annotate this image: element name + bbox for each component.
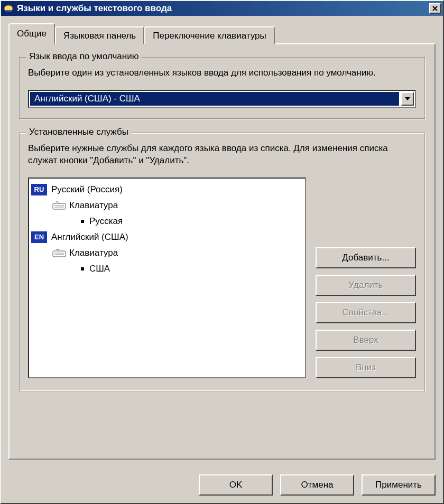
services-body: RU Русский (Россия) Клавиатура <box>28 178 416 378</box>
move-down-button[interactable]: Вниз <box>316 357 416 378</box>
tree-kb-row[interactable]: Клавиатура <box>31 245 303 261</box>
svg-rect-5 <box>53 251 66 257</box>
svg-rect-1 <box>6 10 11 12</box>
lang-badge-ru: RU <box>31 184 47 195</box>
add-button[interactable]: Добавить... <box>316 247 416 268</box>
close-button[interactable] <box>429 3 441 14</box>
tree-layout-row[interactable]: США <box>31 261 303 277</box>
lang-name: Русский (Россия) <box>51 184 123 195</box>
move-up-button[interactable]: Вверх <box>316 330 416 351</box>
group-default-language-title: Язык ввода по умолчанию <box>26 51 142 62</box>
lang-name: Английский (США) <box>51 232 128 242</box>
bullet-icon <box>81 267 84 270</box>
bullet-icon <box>81 220 84 223</box>
combo-dropdown-button[interactable] <box>401 92 414 106</box>
group-installed-services-title: Установленные службы <box>26 127 132 137</box>
app-icon <box>3 4 14 13</box>
kb-label: Клавиатура <box>69 248 118 258</box>
language-tree[interactable]: RU Русский (Россия) Клавиатура <box>28 178 306 378</box>
tab-general[interactable]: Общие <box>8 23 55 44</box>
tab-langbar[interactable]: Языковая панель <box>55 26 144 44</box>
tree-lang-row[interactable]: RU Русский (Россия) <box>31 182 303 198</box>
client-area: Общие Языковая панель Переключение клави… <box>1 16 443 467</box>
tab-panel-general: Язык ввода по умолчанию Выберите один из… <box>8 43 436 460</box>
tree-lang-row[interactable]: EN Английский (США) <box>31 229 303 245</box>
lang-badge-en: EN <box>31 231 47 243</box>
svg-rect-2 <box>53 203 66 209</box>
chevron-down-icon <box>405 97 410 100</box>
cancel-button[interactable]: Отмена <box>280 474 354 496</box>
dialog-footer: OK Отмена Применить <box>1 467 443 503</box>
ok-button[interactable]: OK <box>199 474 273 496</box>
layout-name: Русская <box>89 216 123 227</box>
group-installed-services: Установленные службы Выберите нужные слу… <box>19 133 425 391</box>
default-language-value: Английский (США) - США <box>30 92 399 106</box>
tree-kb-row[interactable]: Клавиатура <box>31 198 303 213</box>
remove-button[interactable]: Удалить <box>316 275 416 296</box>
dialog-window: Языки и службы текстового ввода Общие Яз… <box>0 0 444 504</box>
tree-layout-row[interactable]: Русская <box>31 213 303 229</box>
tab-switch[interactable]: Переключение клавиатуры <box>144 26 274 44</box>
tab-strip: Общие Языковая панель Переключение клави… <box>8 23 436 44</box>
default-language-description: Выберите один из установленных языков вв… <box>28 67 416 79</box>
properties-button[interactable]: Свойства... <box>316 302 416 323</box>
kb-label: Клавиатура <box>69 200 118 211</box>
group-default-language: Язык ввода по умолчанию Выберите один из… <box>19 57 425 119</box>
service-buttons: Добавить... Удалить Свойства... Вверх Вн… <box>316 178 416 378</box>
keyboard-icon <box>52 201 66 210</box>
title-bar: Языки и службы текстового ввода <box>1 1 443 16</box>
default-language-combo[interactable]: Английский (США) - США <box>28 90 416 108</box>
installed-services-description: Выберите нужные службы для каждого языка… <box>28 143 416 167</box>
keyboard-icon <box>52 249 66 257</box>
window-title: Языки и службы текстового ввода <box>17 3 429 14</box>
layout-name: США <box>89 264 110 274</box>
apply-button[interactable]: Применить <box>362 474 436 496</box>
